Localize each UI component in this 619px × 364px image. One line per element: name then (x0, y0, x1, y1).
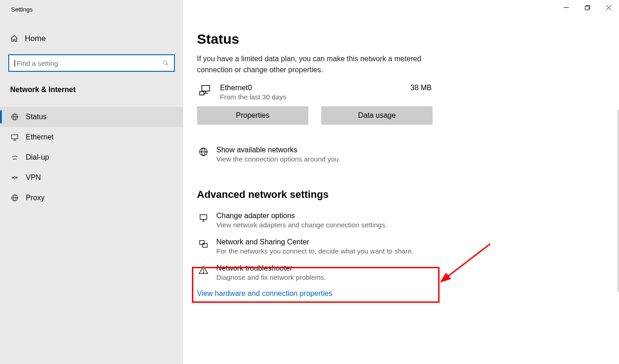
tile-subtitle: For the networks you connect to, decide … (216, 247, 441, 255)
window-controls (555, 0, 619, 15)
svg-point-8 (13, 159, 14, 160)
svg-rect-31 (585, 6, 589, 10)
sidebar-item-status[interactable]: Status (0, 107, 183, 127)
tile-title: Show available networks (216, 146, 441, 154)
proxy-icon (10, 193, 19, 202)
svg-rect-5 (12, 135, 18, 139)
main-content: Status If you have a limited data plan, … (183, 0, 619, 364)
svg-point-11 (12, 177, 13, 179)
tile-subtitle: View network adapters and change connect… (216, 221, 441, 229)
scrollbar[interactable] (618, 110, 619, 292)
titlebar: Settings (0, 0, 183, 18)
tile-title: Change adapter options (216, 212, 441, 220)
monitor-icon (10, 133, 19, 142)
search-icon (162, 59, 169, 67)
sidebar-section-title: Network & Internet (0, 81, 183, 98)
sidebar-item-proxy[interactable]: Proxy (0, 188, 183, 208)
sidebar: Settings Home | Network & Internet Stat (0, 0, 183, 364)
sidebar-item-label: Ethernet (26, 133, 53, 141)
search-field[interactable] (16, 59, 162, 68)
tile-subtitle: View the connection options around you. (216, 155, 441, 163)
annotation-highlight (192, 267, 440, 303)
globe-icon (10, 112, 19, 121)
sidebar-item-ethernet[interactable]: Ethernet (0, 127, 183, 147)
svg-point-9 (14, 159, 15, 160)
show-available-networks[interactable]: Show available networks View the connect… (197, 141, 441, 168)
sidebar-item-label: Dial-up (26, 153, 49, 162)
svg-point-10 (16, 159, 17, 160)
connection-usage: 38 MB (411, 84, 432, 92)
sidebar-item-vpn[interactable]: VPN (0, 168, 183, 188)
maximize-button[interactable] (577, 0, 598, 15)
sidebar-item-label: Proxy (26, 194, 45, 202)
svg-point-12 (16, 177, 17, 179)
svg-point-0 (163, 61, 167, 64)
home-nav[interactable]: Home (8, 29, 175, 48)
search-input[interactable]: | (8, 54, 175, 72)
sidebar-item-label: Status (26, 113, 46, 121)
close-button[interactable] (598, 0, 619, 15)
ethernet-icon (197, 84, 215, 98)
svg-line-1 (167, 64, 168, 65)
status-description: If you have a limited data plan, you can… (197, 53, 436, 75)
network-sharing-center[interactable]: Network and Sharing Center For the netwo… (197, 233, 441, 260)
properties-button[interactable]: Properties (197, 106, 308, 125)
svg-line-34 (446, 244, 490, 277)
change-adapter-options[interactable]: Change adapter options View network adap… (197, 207, 441, 233)
home-label: Home (25, 34, 46, 43)
annotation-arrow (440, 242, 495, 285)
connection-name: Ethernet0 (220, 84, 411, 92)
sharing-icon (197, 238, 210, 249)
sidebar-item-label: VPN (26, 173, 41, 182)
data-usage-button[interactable]: Data usage (321, 106, 433, 125)
app-title: Settings (0, 2, 33, 17)
dialup-icon (10, 153, 19, 162)
page-title: Status (197, 31, 619, 47)
connection-subtitle: From the last 30 days (220, 93, 411, 101)
tile-title: Network and Sharing Center (216, 238, 441, 246)
connection-row: Ethernet0 From the last 30 days 38 MB (197, 84, 432, 101)
adapter-icon (197, 212, 210, 223)
svg-rect-23 (200, 215, 207, 220)
minimize-button[interactable] (555, 0, 577, 15)
sidebar-item-dialup[interactable]: Dial-up (0, 147, 183, 168)
svg-rect-19 (200, 92, 204, 95)
advanced-heading: Advanced network settings (197, 189, 492, 201)
svg-rect-16 (202, 86, 210, 91)
home-icon (10, 35, 18, 43)
globe-icon (197, 146, 210, 157)
vpn-icon (10, 173, 19, 182)
